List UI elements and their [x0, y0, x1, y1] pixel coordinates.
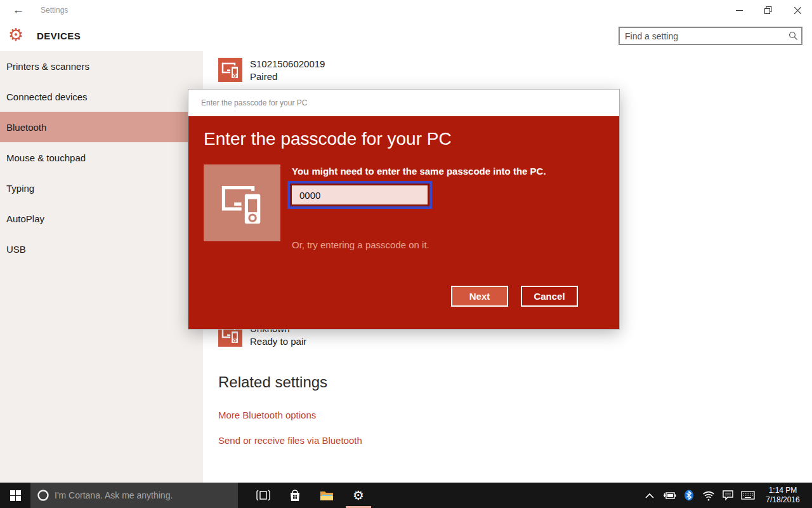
- close-icon: [794, 7, 801, 14]
- settings-gear-icon: ⚙: [6, 25, 25, 44]
- passcode-field[interactable]: [290, 184, 429, 206]
- cortana-icon: [37, 489, 49, 502]
- sidebar-item-usb[interactable]: USB: [0, 234, 203, 264]
- restore-button[interactable]: [754, 0, 783, 20]
- taskbar-clock[interactable]: 1:14 PM 7/18/2016: [757, 486, 812, 505]
- file-explorer-icon: [320, 490, 334, 501]
- sidebar: Printers & scanners Connected devices Bl…: [0, 51, 203, 483]
- settings-app-button[interactable]: ⚙: [343, 483, 374, 508]
- dialog-title-bar[interactable]: Enter the passcode for your PC: [188, 90, 619, 116]
- device-info: S1021506020019 Paired: [250, 58, 325, 83]
- sidebar-item-label: Printers & scanners: [6, 61, 89, 72]
- touch-keyboard-button[interactable]: [738, 491, 757, 500]
- monitor-phone-icon: [218, 180, 267, 226]
- sidebar-item-label: Bluetooth: [6, 122, 46, 133]
- start-button[interactable]: [0, 483, 30, 508]
- alt-instruction: Or, try entering a passcode on it.: [292, 239, 429, 250]
- sidebar-item-typing[interactable]: Typing: [0, 173, 203, 203]
- dialog-body: Enter the passcode for your PC You might…: [188, 116, 619, 329]
- sidebar-item-label: USB: [6, 244, 26, 255]
- back-arrow-icon: ←: [13, 3, 25, 17]
- taskbar-app-icons: ⚙: [247, 483, 374, 508]
- screen: ← Settings ⚙ DEVICES: [0, 0, 812, 508]
- windows-logo-icon: [10, 490, 21, 501]
- restore-icon: [764, 6, 772, 14]
- window-controls: [724, 0, 812, 20]
- device-item-paired[interactable]: S1021506020019 Paired: [218, 58, 325, 83]
- sidebar-item-label: Mouse & touchpad: [6, 152, 86, 163]
- passcode-instruction: You might need to enter the same passcod…: [292, 166, 546, 177]
- window-title: Settings: [41, 0, 68, 20]
- minimize-icon: [736, 7, 743, 14]
- monitor-phone-icon: [221, 61, 240, 79]
- battery-charging-icon: [662, 491, 676, 500]
- task-view-icon: [256, 490, 270, 501]
- send-receive-files-link[interactable]: Send or receive files via Bluetooth: [218, 435, 362, 446]
- sidebar-item-connected-devices[interactable]: Connected devices: [0, 81, 203, 112]
- tray-chevron-button[interactable]: [639, 493, 659, 498]
- passcode-input[interactable]: [292, 185, 428, 204]
- battery-status[interactable]: [659, 491, 679, 500]
- network-status[interactable]: [698, 490, 718, 501]
- keyboard-icon: [741, 491, 755, 500]
- dialog-device-tile: [204, 164, 280, 241]
- next-button[interactable]: Next: [451, 286, 508, 307]
- passcode-field-focus-ring: [287, 181, 432, 209]
- chevron-up-icon: [645, 493, 654, 498]
- dialog-title: Enter the passcode for your PC: [188, 98, 307, 107]
- sidebar-item-label: Typing: [6, 183, 34, 194]
- taskbar: ⚙: [0, 483, 812, 508]
- page-header: ⚙ DEVICES: [0, 20, 812, 51]
- file-explorer-button[interactable]: [311, 483, 343, 508]
- cancel-button[interactable]: Cancel: [521, 286, 578, 307]
- sidebar-item-label: Connected devices: [6, 91, 88, 102]
- device-tile-icon: [218, 58, 242, 82]
- clock-date: 7/18/2016: [757, 495, 808, 505]
- cortana-search-box[interactable]: [30, 483, 238, 508]
- sidebar-item-bluetooth[interactable]: Bluetooth: [0, 112, 203, 142]
- system-tray: 1:14 PM 7/18/2016: [639, 483, 812, 508]
- store-icon: [289, 489, 301, 502]
- gear-icon: ⚙: [353, 488, 364, 503]
- sidebar-item-autoplay[interactable]: AutoPlay: [0, 203, 203, 234]
- find-setting-searchbox[interactable]: [619, 27, 802, 45]
- page-title: DEVICES: [37, 20, 81, 51]
- sidebar-item-printers-scanners[interactable]: Printers & scanners: [0, 51, 203, 81]
- close-button[interactable]: [783, 0, 812, 20]
- action-center-icon: [723, 490, 733, 500]
- search-icon: [785, 31, 801, 41]
- bluetooth-icon: [684, 490, 694, 501]
- more-bluetooth-options-link[interactable]: More Bluetooth options: [218, 410, 316, 420]
- passcode-dialog: Enter the passcode for your PC Enter the…: [188, 89, 620, 330]
- task-view-button[interactable]: [247, 483, 279, 508]
- sidebar-item-mouse-touchpad[interactable]: Mouse & touchpad: [0, 142, 203, 173]
- wifi-icon: [702, 490, 715, 501]
- dialog-heading: Enter the passcode for your PC: [204, 129, 452, 149]
- action-center-button[interactable]: [718, 490, 738, 500]
- device-status: Ready to pair: [250, 335, 306, 348]
- title-bar: ← Settings: [0, 0, 812, 20]
- back-button[interactable]: ←: [8, 0, 29, 20]
- clock-time: 1:14 PM: [757, 486, 808, 495]
- search-input[interactable]: [620, 31, 785, 41]
- cortana-input[interactable]: [55, 490, 238, 500]
- device-name: S1021506020019: [250, 58, 325, 70]
- related-settings-heading: Related settings: [218, 373, 327, 391]
- store-button[interactable]: [279, 483, 311, 508]
- minimize-button[interactable]: [724, 0, 754, 20]
- sidebar-item-label: AutoPlay: [6, 213, 44, 224]
- device-status: Paired: [250, 70, 325, 83]
- bluetooth-status[interactable]: [679, 490, 698, 501]
